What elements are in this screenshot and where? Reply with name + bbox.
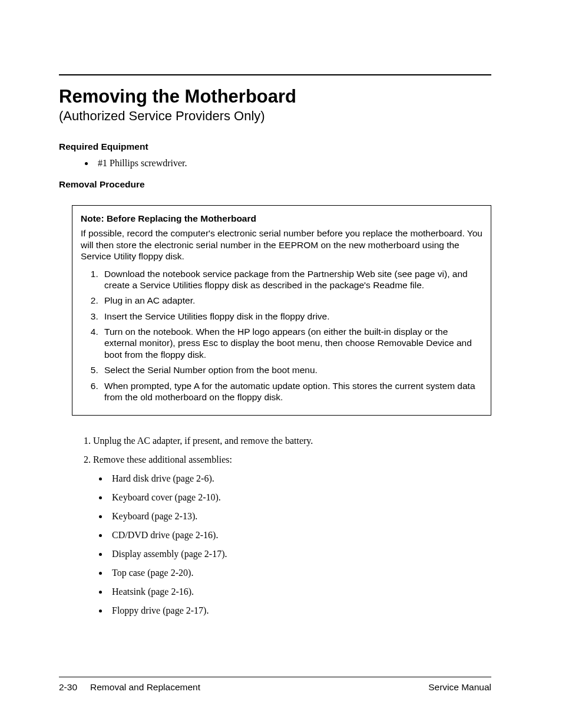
section-name: Removal and Replacement	[90, 682, 200, 693]
note-steps: Download the notebook service package fr…	[90, 268, 482, 403]
top-rule	[59, 74, 491, 75]
footer-row: 2-30 Removal and Replacement Service Man…	[59, 682, 491, 693]
list-item: Heatsink (page 2-16).	[108, 587, 491, 597]
equipment-list: #1 Phillips screwdriver.	[94, 158, 491, 169]
assemblies-list: Hard disk drive (page 2-6). Keyboard cov…	[108, 473, 491, 616]
page-subtitle: (Authorized Service Providers Only)	[59, 108, 491, 124]
list-item: Download the notebook service package fr…	[101, 268, 482, 291]
list-item: Display assembly (page 2-17).	[108, 549, 491, 559]
page-number: 2-30	[59, 682, 77, 693]
list-item: Hard disk drive (page 2-6).	[108, 473, 491, 484]
note-box: Note: Before Replacing the Motherboard I…	[72, 205, 491, 416]
footer-left: 2-30 Removal and Replacement	[59, 682, 200, 693]
footer-rule	[59, 677, 491, 677]
list-item: Plug in an AC adapter.	[101, 295, 482, 306]
procedure-heading: Removal Procedure	[59, 179, 491, 190]
list-item: Unplug the AC adapter, if present, and r…	[93, 436, 491, 446]
page-footer: 2-30 Removal and Replacement Service Man…	[59, 677, 491, 693]
page-content: Removing the Motherboard (Authorized Ser…	[59, 74, 491, 693]
equipment-heading: Required Equipment	[59, 141, 491, 152]
list-item: Keyboard cover (page 2-10).	[108, 492, 491, 503]
list-item: CD/DVD drive (page 2-16).	[108, 530, 491, 541]
list-item: When prompted, type A for the automatic …	[101, 380, 482, 403]
main-steps: Unplug the AC adapter, if present, and r…	[84, 436, 491, 616]
note-title: Note: Before Replacing the Motherboard	[81, 213, 482, 224]
list-item: Floppy drive (page 2-17).	[108, 605, 491, 616]
step-text: Remove these additional assemblies:	[93, 454, 232, 465]
list-item: Keyboard (page 2-13).	[108, 511, 491, 522]
list-item: Select the Serial Number option from the…	[101, 364, 482, 375]
doc-name: Service Manual	[428, 682, 491, 693]
note-intro: If possible, record the computer's elect…	[81, 228, 482, 262]
list-item: Turn on the notebook. When the HP logo a…	[101, 326, 482, 360]
list-item: Top case (page 2-20).	[108, 568, 491, 578]
list-item: Insert the Service Utilities floppy disk…	[101, 311, 482, 322]
page-title: Removing the Motherboard	[59, 86, 491, 107]
list-item: Remove these additional assemblies: Hard…	[93, 454, 491, 616]
list-item: #1 Phillips screwdriver.	[94, 158, 491, 169]
